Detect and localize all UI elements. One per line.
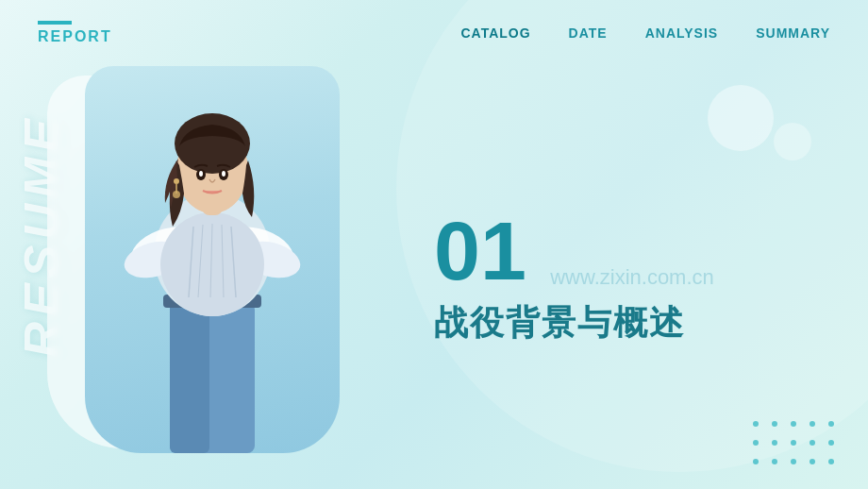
nav-item-catalog[interactable]: CATALOG bbox=[460, 25, 530, 41]
main-nav: CATALOG DATE ANALYSIS SUMMARY bbox=[460, 25, 830, 41]
dot-7 bbox=[772, 440, 777, 446]
svg-point-21 bbox=[174, 178, 179, 184]
nav-item-date[interactable]: DATE bbox=[569, 25, 608, 41]
dot-11 bbox=[753, 459, 759, 464]
dot-10 bbox=[828, 440, 834, 446]
header: REPORT CATALOG DATE ANALYSIS SUMMARY bbox=[0, 0, 868, 66]
svg-point-20 bbox=[222, 171, 225, 177]
section-title: 战役背景与概述 bbox=[434, 300, 811, 346]
dot-8 bbox=[791, 440, 796, 446]
svg-rect-1 bbox=[170, 302, 209, 453]
left-panel: RESUME bbox=[0, 66, 396, 489]
dot-6 bbox=[753, 440, 759, 446]
dot-9 bbox=[810, 440, 815, 446]
logo-area: REPORT bbox=[38, 21, 112, 45]
person-image bbox=[85, 66, 340, 453]
svg-point-19 bbox=[199, 171, 203, 177]
report-label: REPORT bbox=[38, 28, 112, 45]
dot-3 bbox=[791, 421, 796, 427]
deco-circle-large bbox=[708, 85, 774, 151]
dot-12 bbox=[772, 459, 777, 464]
svg-point-16 bbox=[175, 113, 250, 174]
person-illustration bbox=[99, 76, 326, 453]
nav-item-summary[interactable]: SUMMARY bbox=[756, 25, 830, 41]
main-content: RESUME bbox=[0, 66, 868, 489]
dot-4 bbox=[810, 421, 815, 427]
dot-5 bbox=[828, 421, 834, 427]
right-panel: www.zixin.com.cn 01 战役背景与概述 bbox=[396, 66, 868, 489]
dot-13 bbox=[791, 459, 796, 464]
deco-circle-small bbox=[774, 123, 811, 160]
dot-2 bbox=[772, 421, 777, 427]
dot-14 bbox=[810, 459, 815, 464]
accent-line bbox=[38, 21, 72, 25]
svg-point-23 bbox=[173, 191, 180, 198]
dot-1 bbox=[753, 421, 759, 427]
dots-decoration bbox=[753, 421, 840, 470]
dot-15 bbox=[828, 459, 834, 464]
nav-item-analysis[interactable]: ANALYSIS bbox=[645, 25, 719, 41]
section-number: 01 bbox=[434, 210, 811, 293]
